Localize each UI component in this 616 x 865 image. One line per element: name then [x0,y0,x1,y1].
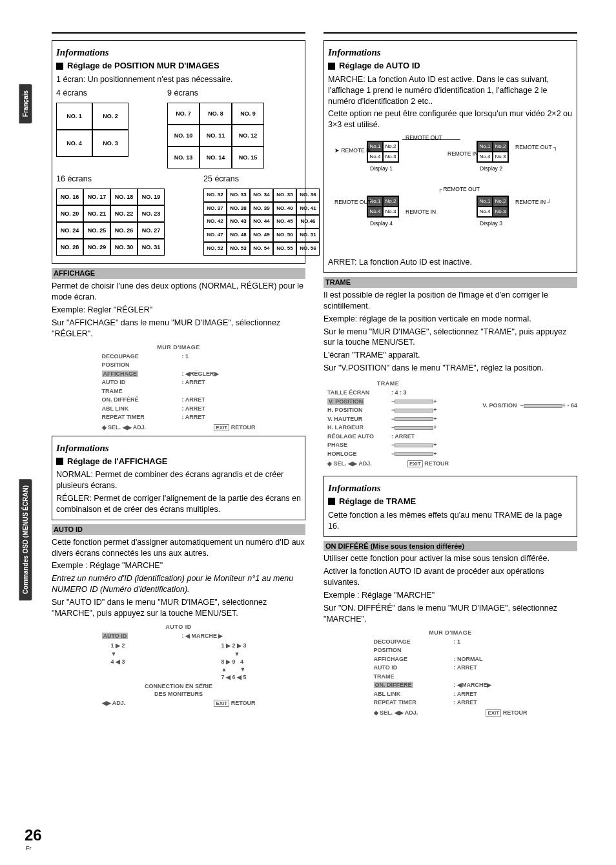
autoid-example: Exemple : Réglage "MARCHE" [52,560,305,571]
sidebar-lang: Français [19,84,32,123]
osd-row: DECOUPAGE: 1 [98,352,260,361]
grid-cell: NO. 14 [200,147,232,168]
osd-row: PHASE−+ [323,441,453,450]
grid-cell: NO. 25 [83,222,110,239]
osd-row: AFFICHAGE: ◀RÉGLER▶ [98,370,260,379]
osd-foot-left-2: ◀▶ ADJ. [102,699,126,707]
osd-foot-right: EXIT RETOUR [214,423,255,432]
osd-row: H. LARGEUR−+ [323,423,453,432]
label-9-ecrans: 9 écrans [167,88,264,99]
osd-row: ON. DIFFÉRÉ: ◀MARCHE▶ [370,681,531,690]
osd-trame-side: V. POSITION −+ - 64 [482,376,577,409]
sub-reglage-affichage: Réglage de l'AFFICHAGE [56,456,301,467]
grid-cell: NO. 8 [200,103,232,125]
grid-cell: NO. 1 [56,103,92,130]
ondiff-p2: Activer la fonction AUTO ID avant de pro… [323,566,577,588]
arret-desc: ARRET: La fonction Auto ID est inactive. [328,257,573,268]
affichage-p2: Sur "AFFICHAGE" dans le menu "MUR D'IMAG… [52,318,305,340]
ondiff-example: Exemple : Réglage "MARCHE" [323,590,577,601]
grid-cell: NO. 15 [232,147,264,168]
grid-cell: NO. 31 [138,239,165,256]
grid-cell: NO. 18 [110,188,138,205]
grid-cell: NO. 54 [250,242,273,256]
autoid-p2: Sur "AUTO ID" dans le menu "MUR D'IMAGE"… [52,597,305,619]
grid-cell: NO. 36 [296,188,320,202]
affichage-p1: Permet de choisir l'une des deux options… [52,281,305,303]
grid-cell: NO. 38 [227,202,250,216]
ondiff-p1: Utiliser cette fonction pour activer la … [323,553,577,564]
grid-cell: NO. 7 [167,103,200,125]
one-screen-note: 1 écran: Un positionnement n'est pas néc… [56,74,301,85]
trame-heading: TRAME [323,277,577,288]
grid-16-ecrans: NO. 16NO. 17NO. 18NO. 19NO. 20NO. 21NO. … [56,188,165,256]
grid-cell: NO. 48 [227,229,250,242]
informations-heading-2: Informations [56,442,301,454]
osd-row: POSITION [98,361,260,370]
page-number-sub: Fr [26,844,32,852]
grid-cell: NO. 22 [110,205,138,222]
normal-desc: NORMAL: Permet de combiner des écrans ag… [56,469,301,491]
autoid-note: Entrez un numéro d'ID (identification) p… [52,573,305,595]
info-box-trame: Informations Réglage de TRAME Cette fonc… [323,476,577,537]
osd-conn-1: CONNECTION EN SÉRIE [98,682,260,690]
osd-mur-image-1: MUR D'IMAGE DECOUPAGE: 1POSITIONAFFICHAG… [98,343,260,432]
trame-p4: Sur "V.POSITION" dans le menu "TRAME", r… [323,363,577,374]
grid-cell: NO. 45 [273,215,296,229]
osd-trame: TRAME TAILLE ÉCRAN: 4 : 3V. POSITION−+H.… [323,380,453,468]
grid-cell: NO. 19 [138,188,165,205]
grid-cell: NO. 52 [203,242,227,256]
osd-row: H. POSITION−+ [323,406,453,415]
osd-row: TAILLE ÉCRAN: 4 : 3 [323,389,453,398]
ondiff-p3: Sur "ON. DIFFÉRÉ" dans le menu "MUR D'IM… [323,603,577,625]
osd-title-mur2: MUR D'IMAGE [370,629,531,636]
grid-cell: NO. 13 [167,147,200,168]
osd-row: REPEAT TIMER: ARRET [370,698,531,707]
grid-cell: NO. 11 [200,125,232,147]
grid-cell: NO. 30 [110,239,138,256]
grid-cell: NO. 9 [232,103,264,125]
info-box-position-mur: Informations Réglage de POSITION MUR D'I… [52,40,305,264]
informations-heading: Informations [56,46,301,59]
remote-diagram: No.1No.2 No.4No.3 Display 1 ➤ REMOTE IN … [328,134,573,250]
informations-heading-r1: Informations [328,46,573,59]
sidebar-section: Commandes OSD (MENUS ÉCRAN) [19,479,32,600]
grid-cell: NO. 28 [56,239,83,256]
autoid-p1: Cette fonction permet d'assigner automat… [52,537,305,559]
grid-cell: NO. 26 [110,222,138,239]
osd-title-autoid: AUTO ID [98,623,260,631]
info-box-affichage: Informations Réglage de l'AFFICHAGE NORM… [52,436,305,520]
grid-cell: NO. 53 [227,242,250,256]
osd-row: TRAME [98,387,260,396]
grid-cell: NO. 37 [203,202,227,216]
grid-cell: NO. 43 [227,215,250,229]
grid-9-ecrans: NO. 7NO. 8NO. 9NO. 10NO. 11NO. 12NO. 13N… [167,103,264,168]
osd-row: ON. DIFFÉRÉ: ARRET [98,396,260,405]
seq-right-icon: 1 ▶ 2 ▶ 3 ▼8 ▶ 9 4▲ ▼7 ◀ 6 ◀ 5 [221,642,246,681]
osd-row: RÉGLAGE AUTO: ARRET [323,432,453,442]
grid-cell: NO. 56 [296,242,320,256]
grid-cell: NO. 35 [273,188,296,202]
osd-row: REPEAT TIMER: ARRET [98,413,260,422]
grid-cell: NO. 39 [250,202,273,216]
osd-title-trame: TRAME [323,380,453,387]
osd-row: TRAME [370,673,531,682]
grid-cell: NO. 34 [250,188,273,202]
grid-cell: NO. 55 [273,242,296,256]
affichage-example: Exemple: Regler "RÉGLER" [52,305,305,316]
label-25-ecrans: 25 écrans [203,174,320,185]
sub-reglage-trame: Réglage de TRAME [328,496,573,507]
label-16-ecrans: 16 écrans [56,174,165,185]
grid-cell: NO. 49 [250,229,273,242]
grid-cell: NO. 2 [92,103,128,130]
grid-cell: NO. 4 [56,130,92,157]
grid-cell: NO. 21 [83,205,110,222]
affichage-heading: AFFICHAGE [52,268,305,279]
grid-cell: NO. 24 [56,222,83,239]
autoid-heading: AUTO ID [52,524,305,535]
osd-row: ABL LINK: ARRET [370,690,531,699]
seq-left-icon: 1 ▶ 2▼4 ◀ 3 [111,642,125,681]
grid-cell: NO. 20 [56,205,83,222]
grid-cell: NO. 17 [83,188,110,205]
grid-cell: NO. 40 [273,202,296,216]
trame-example: Exemple: réglage de la position vertical… [323,314,577,325]
